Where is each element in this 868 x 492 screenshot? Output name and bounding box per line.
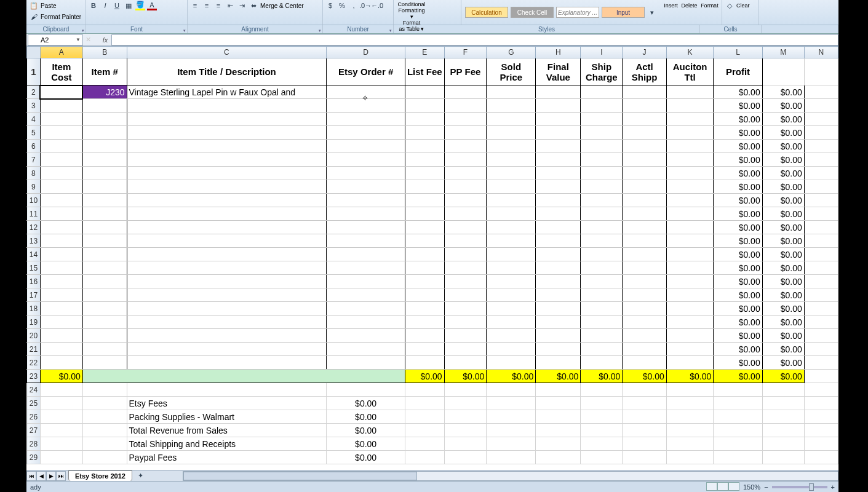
- cell[interactable]: [536, 85, 581, 99]
- cell[interactable]: [444, 140, 487, 153]
- cell[interactable]: [40, 99, 82, 113]
- cell[interactable]: $0.00: [714, 234, 762, 248]
- cell[interactable]: [127, 234, 327, 248]
- summary-label[interactable]: Total Revenue from Sales: [127, 424, 327, 437]
- cell[interactable]: [581, 329, 623, 343]
- cell[interactable]: [536, 451, 581, 464]
- cell[interactable]: [327, 180, 405, 194]
- cell[interactable]: [327, 329, 405, 343]
- row-header-24[interactable]: 24: [27, 383, 41, 397]
- cell[interactable]: $0.00: [714, 140, 762, 153]
- cell[interactable]: [581, 383, 623, 397]
- cell[interactable]: [405, 302, 444, 315]
- tab-next-icon[interactable]: ▶: [46, 471, 56, 481]
- cell[interactable]: [327, 99, 405, 113]
- cell[interactable]: [581, 451, 623, 464]
- cell[interactable]: [623, 288, 667, 302]
- col-header-J[interactable]: J: [623, 47, 667, 58]
- cell[interactable]: [127, 126, 327, 140]
- cell[interactable]: [82, 140, 127, 153]
- cell[interactable]: [40, 343, 82, 356]
- cell[interactable]: $0.00: [714, 356, 762, 370]
- cell[interactable]: [444, 221, 487, 234]
- cell[interactable]: [666, 356, 714, 370]
- row-header-21[interactable]: 21: [27, 343, 41, 356]
- cell[interactable]: [40, 383, 82, 397]
- cell[interactable]: [666, 437, 714, 451]
- col-header-K[interactable]: K: [666, 47, 714, 58]
- cell[interactable]: [127, 167, 327, 180]
- cell[interactable]: [487, 288, 536, 302]
- cell[interactable]: [666, 383, 714, 397]
- cell[interactable]: [762, 424, 804, 437]
- cell[interactable]: [714, 397, 762, 410]
- cell[interactable]: [40, 234, 82, 248]
- cell[interactable]: [714, 424, 762, 437]
- cell[interactable]: [487, 302, 536, 315]
- cell[interactable]: [40, 451, 82, 464]
- row-header-28[interactable]: 28: [27, 437, 41, 451]
- cell[interactable]: $0.00: [581, 370, 623, 383]
- summary-label[interactable]: Paypal Fees: [127, 451, 327, 464]
- row-header-17[interactable]: 17: [27, 288, 41, 302]
- cell[interactable]: [40, 194, 82, 207]
- cell[interactable]: [581, 315, 623, 329]
- cell[interactable]: [127, 343, 327, 356]
- horizontal-scrollbar[interactable]: [183, 471, 838, 481]
- cell[interactable]: [127, 288, 327, 302]
- cell[interactable]: [623, 410, 667, 424]
- cell[interactable]: [623, 356, 667, 370]
- cell[interactable]: [666, 315, 714, 329]
- cell[interactable]: [327, 302, 405, 315]
- cell[interactable]: [487, 180, 536, 194]
- border-icon[interactable]: ▦: [124, 1, 133, 10]
- cell[interactable]: [82, 410, 127, 424]
- cell[interactable]: [536, 329, 581, 343]
- cell[interactable]: [536, 99, 581, 113]
- cell[interactable]: [82, 207, 127, 221]
- cell[interactable]: [444, 234, 487, 248]
- row-header-25[interactable]: 25: [27, 397, 41, 410]
- col-header-I[interactable]: I: [581, 47, 623, 58]
- cell[interactable]: [40, 221, 82, 234]
- cell[interactable]: [487, 99, 536, 113]
- cell[interactable]: [762, 383, 804, 397]
- cell[interactable]: [623, 113, 667, 126]
- row-header-10[interactable]: 10: [27, 194, 41, 207]
- cell[interactable]: [327, 383, 405, 397]
- cell[interactable]: [804, 356, 838, 370]
- cell[interactable]: [762, 410, 804, 424]
- cell[interactable]: [581, 437, 623, 451]
- cell[interactable]: [581, 356, 623, 370]
- cell[interactable]: $0.00: [714, 221, 762, 234]
- cell[interactable]: [40, 167, 82, 180]
- cell[interactable]: [666, 343, 714, 356]
- summary-value[interactable]: $0.00: [327, 451, 405, 464]
- cell[interactable]: [444, 113, 487, 126]
- fill-color-icon[interactable]: 🪣: [135, 1, 145, 10]
- cell[interactable]: [536, 343, 581, 356]
- header-cell[interactable]: ShipCharge: [581, 58, 623, 85]
- col-header-L[interactable]: L: [714, 47, 762, 58]
- summary-label[interactable]: Packing Supplies - Walmart: [127, 410, 327, 424]
- row-header-15[interactable]: 15: [27, 261, 41, 275]
- cell[interactable]: [804, 275, 838, 288]
- row-header-29[interactable]: 29: [27, 451, 41, 464]
- cell[interactable]: [444, 410, 487, 424]
- cell[interactable]: [487, 221, 536, 234]
- cell[interactable]: [444, 275, 487, 288]
- cell[interactable]: [536, 140, 581, 153]
- cell[interactable]: $0.00: [714, 261, 762, 275]
- summary-label[interactable]: Etsy Fees: [127, 397, 327, 410]
- cell[interactable]: [40, 302, 82, 315]
- cell[interactable]: [327, 261, 405, 275]
- cell[interactable]: [405, 167, 444, 180]
- cell[interactable]: $0.00: [714, 329, 762, 343]
- cell[interactable]: [82, 126, 127, 140]
- cell[interactable]: [40, 288, 82, 302]
- cell[interactable]: $0.00: [762, 329, 804, 343]
- cell[interactable]: [82, 437, 127, 451]
- cell[interactable]: [327, 140, 405, 153]
- new-sheet-icon[interactable]: ✦: [136, 471, 146, 481]
- cell[interactable]: [327, 85, 405, 99]
